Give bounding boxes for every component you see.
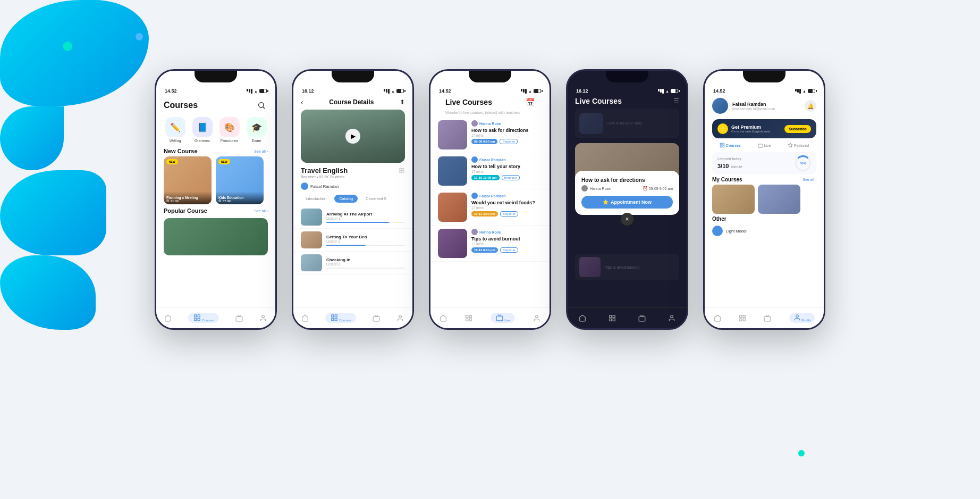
nav-live-4[interactable] [638, 314, 646, 322]
course-card-2[interactable]: NEW Kids Education ⏱ 57.3K [216, 156, 264, 204]
category-pronounce[interactable]: 🎨 Pronounce [219, 117, 240, 143]
pronounce-icon: 🎨 [219, 117, 240, 137]
my-course-thumb-2[interactable] [758, 185, 800, 214]
share-button-p2[interactable]: ⬆ [400, 98, 405, 106]
exam-icon: 🎓 [247, 117, 267, 137]
live-thumb-3 [438, 193, 467, 222]
tab-catalog[interactable]: Catalog [334, 195, 358, 203]
lesson-2-progress [326, 245, 405, 246]
p4-author-name: Hanna Rose [590, 187, 611, 190]
nav-home-2[interactable] [301, 314, 309, 322]
svg-point-7 [262, 315, 265, 318]
close-modal-button[interactable]: × [621, 213, 633, 226]
phone-profile: 14.52 ▲ Faisal Ramdan faisalramdan.id@gm… [703, 69, 825, 330]
nav-courses-2[interactable]: Courses [325, 313, 356, 323]
phone-1-content: 14.52 ▲ Courses [156, 86, 275, 328]
p4-bg-card-1 [579, 113, 603, 134]
tab-comment[interactable]: Comment 5 [361, 195, 391, 203]
nav-profile-1[interactable] [259, 314, 267, 322]
calendar-icon[interactable]: 📅 [526, 98, 535, 106]
p2-tabs: Introduction Catalog Comment 5 [293, 192, 412, 206]
other-item-1[interactable]: Light Model [712, 224, 816, 238]
live-info-3: Faisal Ramdan Would you eat weird foods?… [471, 193, 542, 222]
phone-5-content: 14.52 ▲ Faisal Ramdan faisalramdan.id@gm… [705, 86, 824, 328]
svg-rect-29 [723, 146, 724, 147]
phone-courses: 14.52 ▲ Courses [155, 69, 277, 330]
category-exam[interactable]: 🎓 Exam [247, 117, 267, 143]
see-all-new[interactable]: See all › [254, 149, 268, 153]
nav-profile-5[interactable]: Profile [789, 313, 815, 323]
tab-courses-p5[interactable]: Courses [720, 143, 741, 148]
p3-subtitle: Wonderful live courses, interact with te… [445, 111, 520, 114]
other-dot-1 [712, 226, 723, 236]
nav-courses-3[interactable] [465, 314, 472, 322]
status-icons-2: ▲ [384, 89, 404, 94]
nav-home-4[interactable] [579, 314, 586, 322]
appointment-button[interactable]: ⭐ Appointment Now [581, 196, 673, 209]
nav-live-3[interactable]: Live [491, 313, 516, 323]
svg-point-37 [796, 315, 798, 318]
lesson-1[interactable]: Arriving At The Airport Lesson 1 [293, 206, 412, 229]
notch-5 [743, 71, 785, 82]
category-grammar[interactable]: 📘 Grammar [192, 117, 213, 143]
phone-2-content: 16.12 ▲ ‹ Course Details ⬆ ▶ [293, 86, 412, 328]
live-info-4: Hanna Rose Tips to avoid burnout 17 mins… [471, 229, 542, 258]
p4-modal-title: How to ask for directions [581, 177, 673, 183]
nav-live-2[interactable] [373, 314, 380, 322]
notification-button[interactable]: 🔔 [805, 100, 816, 112]
tab-featured-p5[interactable]: Featured [788, 143, 809, 148]
see-all-my-courses[interactable]: See all › [802, 178, 816, 181]
course-label-1: Planning a Meeting ⏱ 71.3K [164, 192, 212, 204]
course-card-1[interactable]: NEW Planning a Meeting ⏱ 71.3K [164, 156, 212, 204]
nav-home-5[interactable] [714, 314, 721, 322]
grammar-icon: 📘 [192, 117, 213, 137]
p2-meta: Beginner • 83.2K Students [301, 175, 405, 179]
other-text-1: Light Model [726, 229, 747, 234]
tab-live-p5[interactable]: Live [758, 143, 771, 148]
nav-home-1[interactable] [164, 314, 172, 322]
bottom-nav-1: Courses [156, 307, 275, 328]
bottom-nav-2: Courses [293, 307, 412, 328]
premium-title: Get Premium [731, 124, 771, 130]
author-avatar [301, 182, 308, 190]
live-item-3[interactable]: Faisal Ramdan Would you eat weird foods?… [430, 189, 550, 226]
nav-profile-4[interactable] [668, 314, 675, 322]
time-1: 14.52 [165, 88, 177, 94]
tab-introduction[interactable]: Introduction [301, 195, 331, 203]
back-button-p2[interactable]: ‹ [301, 98, 303, 106]
nav-profile-2[interactable] [396, 314, 404, 322]
my-course-thumb-1[interactable] [712, 185, 755, 214]
svg-rect-5 [198, 318, 200, 320]
svg-rect-20 [610, 315, 612, 317]
nav-courses-1[interactable]: Courses [188, 313, 219, 323]
lesson-3[interactable]: Checking In Lesson 3 [293, 252, 412, 275]
subscribe-button[interactable]: Subscribe [784, 125, 811, 133]
learned-label: Learned today [717, 157, 742, 161]
notch-4 [606, 71, 648, 82]
bookmark-icon[interactable]: ⊞ [399, 166, 405, 174]
bg-blob-top-left [0, 0, 149, 106]
lesson-1-num: Lesson 1 [326, 217, 405, 220]
nav-home-3[interactable] [440, 314, 447, 322]
nav-live-5[interactable] [764, 314, 771, 322]
grammar-label: Grammar [195, 139, 210, 143]
svg-rect-15 [469, 315, 471, 317]
category-writing[interactable]: ✏️ Writing [165, 117, 185, 143]
popular-card[interactable] [164, 218, 268, 255]
live-item-1[interactable]: Hanna Rose How to ask for directions 17 … [430, 117, 550, 153]
p4-calendar-icon[interactable]: ☰ [673, 97, 679, 105]
new-badge-2: NEW [218, 159, 230, 164]
svg-rect-8 [332, 315, 334, 317]
nav-courses-4[interactable] [609, 314, 616, 322]
status-bar-3: 14.52 ▲ [430, 86, 550, 95]
new-courses-row: NEW Planning a Meeting ⏱ 71.3K NEW Kids … [156, 156, 275, 204]
live-item-4[interactable]: Hanna Rose Tips to avoid burnout 17 mins… [430, 226, 550, 262]
nav-courses-5[interactable] [739, 314, 746, 322]
lesson-2[interactable]: Getting To Your Bed Lesson 2 [293, 229, 412, 252]
nav-profile-3[interactable] [533, 314, 540, 322]
nav-live-1[interactable] [235, 314, 243, 322]
lesson-thumb-2 [301, 231, 322, 248]
search-button-p1[interactable] [255, 99, 268, 112]
see-all-popular[interactable]: See all › [254, 209, 268, 213]
live-item-2[interactable]: Faisal Ramdan How to tell your story 17 … [430, 153, 550, 189]
